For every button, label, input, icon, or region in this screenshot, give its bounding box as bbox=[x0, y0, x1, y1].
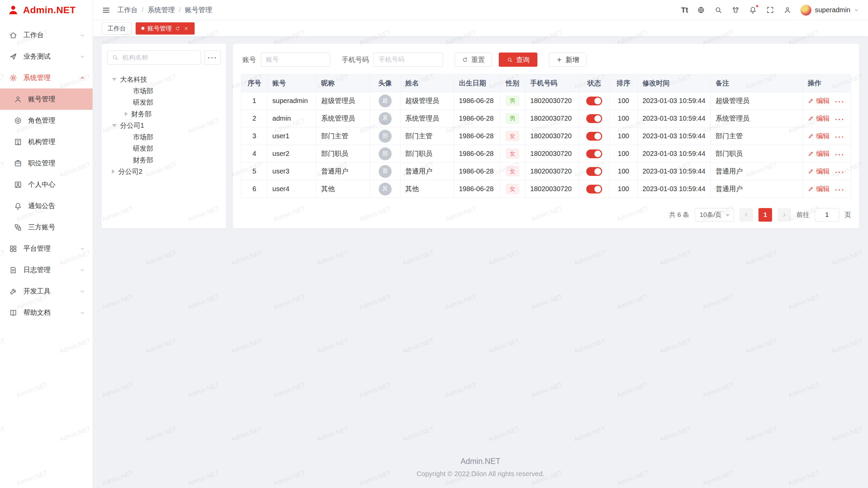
more-actions-button[interactable]: ··· bbox=[835, 133, 845, 141]
more-actions-button[interactable]: ··· bbox=[835, 168, 845, 176]
gender-tag: 女 bbox=[506, 131, 519, 141]
status-toggle[interactable] bbox=[586, 132, 602, 141]
cell-sort: 100 bbox=[609, 127, 637, 145]
font-size-icon[interactable]: Tt bbox=[681, 6, 688, 14]
status-toggle[interactable] bbox=[586, 185, 602, 194]
account-filter-input[interactable] bbox=[261, 53, 330, 67]
edit-button[interactable]: 编辑 bbox=[808, 149, 830, 158]
more-actions-button[interactable]: ··· bbox=[835, 116, 845, 123]
tree-node-大名科技[interactable]: 大名科技 bbox=[107, 74, 221, 85]
cell-account: superadmin bbox=[268, 92, 316, 110]
sidebar-item-机构管理[interactable]: 机构管理 bbox=[0, 131, 93, 152]
chevron-left-icon bbox=[743, 212, 749, 218]
tree-caret-right[interactable] bbox=[125, 111, 128, 116]
status-toggle[interactable] bbox=[586, 167, 602, 176]
sidebar-item-通知公告[interactable]: 通知公告 bbox=[0, 195, 93, 217]
user-menu[interactable]: superadmin bbox=[801, 5, 859, 16]
pagination: 共 6 条 10条/页 1 前往 页 bbox=[241, 201, 851, 222]
edit-icon bbox=[808, 133, 814, 139]
page-size-select[interactable]: 10条/页 bbox=[695, 208, 734, 222]
phone-filter-input[interactable] bbox=[374, 53, 443, 67]
tree-node-分公司2[interactable]: 分公司2 bbox=[107, 166, 221, 177]
edit-button[interactable]: 编辑 bbox=[808, 96, 830, 105]
more-actions-button[interactable]: ··· bbox=[835, 186, 845, 194]
edit-icon bbox=[808, 115, 814, 122]
breadcrumb: 工作台/系统管理/账号管理 bbox=[117, 5, 212, 15]
notification-icon[interactable] bbox=[749, 6, 757, 14]
position-icon bbox=[14, 159, 22, 168]
sidebar-item-账号管理[interactable]: 账号管理 bbox=[0, 88, 93, 110]
language-icon[interactable] bbox=[697, 6, 705, 14]
cell-nickname: 普通用户 bbox=[316, 163, 370, 180]
chevron-down-icon bbox=[854, 7, 859, 13]
tree-node-市场部[interactable]: 市场部 bbox=[107, 85, 221, 97]
current-page[interactable]: 1 bbox=[758, 208, 772, 222]
status-toggle[interactable] bbox=[586, 149, 602, 158]
tab-账号管理[interactable]: 账号管理 bbox=[136, 22, 195, 35]
table-header-row: 序号账号昵称头像姓名出生日期性别手机号码状态排序修改时间备注操作 bbox=[241, 75, 851, 92]
tree-node-财务部[interactable]: 财务部 bbox=[107, 108, 221, 120]
org-search-input[interactable] bbox=[107, 50, 201, 65]
cell-modified: 2023-01-03 10:59:44 bbox=[637, 92, 711, 110]
breadcrumb-item[interactable]: 系统管理 bbox=[148, 5, 175, 15]
tree-caret-right[interactable] bbox=[112, 169, 115, 174]
tree-caret-down[interactable] bbox=[112, 78, 117, 81]
tree-node-财务部[interactable]: 财务部 bbox=[107, 154, 221, 166]
sidebar-item-工作台[interactable]: 工作台 bbox=[0, 24, 93, 46]
column-header-手机号码: 手机号码 bbox=[525, 75, 579, 92]
app-logo[interactable]: Admin.NET bbox=[0, 0, 93, 20]
sidebar-item-日志管理[interactable]: 日志管理 bbox=[0, 259, 93, 281]
refresh-icon[interactable] bbox=[175, 26, 180, 31]
tree-node-市场部[interactable]: 市场部 bbox=[107, 131, 221, 143]
more-actions-button[interactable]: ··· bbox=[835, 98, 845, 105]
sidebar-item-角色管理[interactable]: 角色管理 bbox=[0, 110, 93, 131]
search-icon[interactable] bbox=[714, 6, 723, 14]
sidebar-item-平台管理[interactable]: 平台管理 bbox=[0, 238, 93, 259]
sidebar-item-职位管理[interactable]: 职位管理 bbox=[0, 152, 93, 174]
sidebar-item-业务测试[interactable]: 业务测试 bbox=[0, 46, 93, 67]
user-icon bbox=[14, 95, 22, 104]
prev-page-button[interactable] bbox=[739, 208, 753, 222]
content: ··· 大名科技市场部研发部财务部分公司1市场部研发部财务部分公司2 账号 手机… bbox=[93, 37, 868, 236]
status-toggle[interactable] bbox=[586, 114, 602, 123]
total-count: 共 6 条 bbox=[669, 210, 689, 219]
status-toggle[interactable] bbox=[586, 97, 602, 105]
more-actions-button[interactable]: ··· bbox=[835, 151, 845, 158]
next-page-button[interactable] bbox=[777, 208, 791, 222]
reset-button[interactable]: 重置 bbox=[455, 53, 492, 67]
close-icon[interactable] bbox=[183, 26, 189, 31]
breadcrumb-item[interactable]: 工作台 bbox=[117, 5, 138, 15]
tree-node-分公司1[interactable]: 分公司1 bbox=[107, 120, 221, 131]
hamburger-icon[interactable] bbox=[102, 6, 111, 15]
tree-node-研发部[interactable]: 研发部 bbox=[107, 143, 221, 154]
tree-caret-down[interactable] bbox=[112, 124, 117, 127]
edit-icon bbox=[808, 98, 814, 104]
cell-account: admin bbox=[268, 110, 316, 127]
fullscreen-icon[interactable] bbox=[766, 6, 774, 14]
sidebar-item-系统管理[interactable]: 系统管理 bbox=[0, 67, 93, 88]
breadcrumb-item[interactable]: 账号管理 bbox=[185, 5, 212, 15]
sidebar-item-三方账号[interactable]: 三方账号 bbox=[0, 217, 93, 238]
sidebar-item-个人中心[interactable]: 个人中心 bbox=[0, 174, 93, 195]
edit-button[interactable]: 编辑 bbox=[808, 167, 830, 176]
tree-node-研发部[interactable]: 研发部 bbox=[107, 97, 221, 108]
tab-工作台[interactable]: 工作台 bbox=[102, 22, 132, 35]
sidebar-item-帮助文档[interactable]: 帮助文档 bbox=[0, 302, 93, 323]
search-button[interactable]: 查询 bbox=[499, 53, 537, 67]
column-header-出生日期: 出生日期 bbox=[454, 75, 500, 92]
org-tree: 大名科技市场部研发部财务部分公司1市场部研发部财务部分公司2 bbox=[107, 74, 221, 177]
accounts-panel: 账号 手机号码 重置 查询 新增 bbox=[233, 44, 859, 228]
edit-button[interactable]: 编辑 bbox=[808, 131, 830, 141]
cell-phone: 18020030720 bbox=[525, 110, 579, 127]
role-icon bbox=[14, 116, 22, 125]
goto-page-input[interactable] bbox=[815, 208, 839, 222]
cell-avatar: 超 bbox=[370, 92, 400, 110]
edit-button[interactable]: 编辑 bbox=[808, 184, 830, 194]
add-button[interactable]: 新增 bbox=[549, 53, 586, 67]
person-icon[interactable] bbox=[783, 6, 792, 14]
chevron-down-icon bbox=[79, 245, 86, 252]
tree-more-button[interactable]: ··· bbox=[204, 50, 221, 65]
sidebar-item-开发工具[interactable]: 开发工具 bbox=[0, 281, 93, 302]
theme-icon[interactable] bbox=[731, 6, 740, 14]
edit-button[interactable]: 编辑 bbox=[808, 114, 830, 123]
